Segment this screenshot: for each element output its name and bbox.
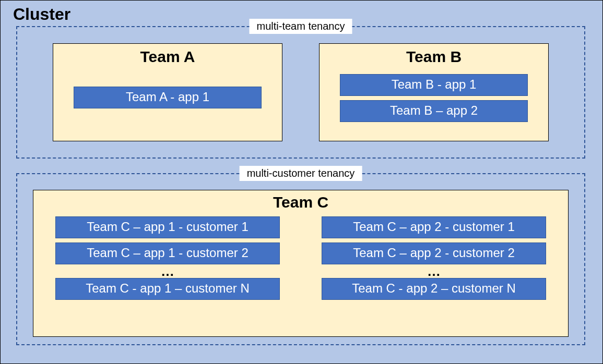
- team-c-col2-ellipsis: …: [427, 266, 441, 276]
- multi-customer-tenancy-box: multi-customer tenancy Team C Team C – a…: [16, 173, 585, 345]
- multi-customer-tenancy-label: multi-customer tenancy: [240, 166, 362, 181]
- team-c-app1-customerN: Team C - app 1 – customer N: [55, 278, 280, 300]
- team-a-apps: Team A - app 1: [74, 87, 262, 108]
- team-c-title: Team C: [273, 193, 328, 211]
- team-b-app-2: Team B – app 2: [340, 100, 528, 122]
- team-a-box: Team A Team A - app 1: [53, 43, 282, 141]
- team-c-columns: Team C – app 1 - customer 1 Team C – app…: [49, 216, 552, 304]
- team-b-app-1: Team B - app 1: [340, 74, 528, 96]
- team-b-apps: Team B - app 1 Team B – app 2: [340, 74, 528, 122]
- team-c-col-2: Team C – app 2 - customer 1 Team C – app…: [316, 216, 551, 304]
- multi-team-tenancy-box: multi-team tenancy Team A Team A - app 1…: [16, 26, 585, 159]
- multi-team-tenancy-label: multi-team tenancy: [250, 19, 352, 34]
- team-c-app2-customer2: Team C – app 2 - customer 2: [322, 242, 546, 264]
- team-a-title: Team A: [140, 48, 195, 66]
- team-c-app1-customer1: Team C – app 1 - customer 1: [55, 216, 280, 238]
- team-c-col-1: Team C – app 1 - customer 1 Team C – app…: [50, 216, 285, 304]
- team-c-col1-ellipsis: …: [161, 266, 174, 276]
- team-a-app-1: Team A - app 1: [74, 87, 262, 108]
- team-c-box: Team C Team C – app 1 - customer 1 Team …: [33, 190, 569, 337]
- team-b-title: Team B: [406, 48, 462, 66]
- team-c-app2-customer1: Team C – app 2 - customer 1: [322, 216, 546, 238]
- team-c-app2-customerN: Team C - app 2 – customer N: [322, 278, 546, 300]
- team-c-app1-customer2: Team C – app 1 - customer 2: [55, 242, 280, 264]
- cluster-container: Cluster multi-team tenancy Team A Team A…: [0, 0, 603, 364]
- team-b-box: Team B Team B - app 1 Team B – app 2: [319, 43, 549, 141]
